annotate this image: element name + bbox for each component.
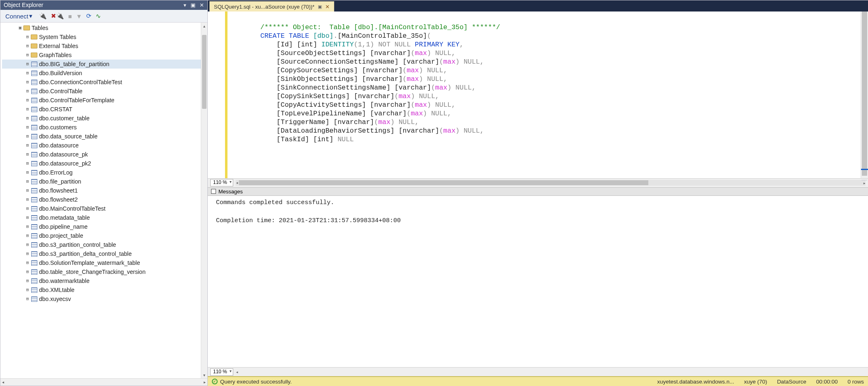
scrollbar-thumb[interactable] (239, 180, 648, 185)
expand-icon[interactable]: ⊞ (25, 42, 30, 50)
tree-table[interactable]: ⊞dbo.datasource_pk2 (2, 159, 201, 168)
stop-icon[interactable]: ■ (68, 13, 72, 20)
expand-icon[interactable]: ⊞ (25, 186, 30, 195)
expand-icon[interactable]: ⊞ (25, 195, 30, 204)
expand-icon[interactable]: ⊞ (25, 295, 30, 303)
dropdown-icon[interactable]: ▾ (184, 2, 186, 8)
table-icon (31, 151, 37, 158)
messages-body[interactable]: Commands completed successfully. Complet… (208, 196, 868, 368)
tree-folder[interactable]: ⊞GraphTables (2, 51, 201, 60)
tree-label: dbo.ErrorLog (39, 168, 73, 177)
tree-table[interactable]: ⊞dbo.flowsheet1 (2, 186, 201, 195)
editor-horizontal-scrollbar[interactable]: ◂ ▸ (236, 180, 866, 186)
tree-table[interactable]: ⊞dbo.watermarktable (2, 276, 201, 285)
tree-table[interactable]: ⊞dbo.ErrorLog (2, 168, 201, 177)
expand-icon[interactable]: ⊞ (25, 250, 30, 258)
expand-icon[interactable]: ⊞ (25, 214, 30, 222)
tree-table[interactable]: ⊞dbo.datasource (2, 141, 201, 150)
expand-icon[interactable]: ⊞ (25, 132, 30, 140)
tree-table[interactable]: ⊞dbo.customer_table (2, 114, 201, 123)
tree-table[interactable]: ⊞dbo.MainControlTableTest (2, 204, 201, 213)
tree-folder[interactable]: ⊞System Tables (2, 32, 201, 41)
tree-folder[interactable]: ⊞External Tables (2, 41, 201, 51)
expand-icon[interactable]: ⊞ (25, 177, 30, 186)
expand-icon[interactable]: ⊞ (25, 241, 30, 249)
tree-table[interactable]: ⊞dbo.s3_partition_delta_control_table (2, 249, 201, 258)
object-explorer-titlebar[interactable]: Object Explorer ▾ ▣ ✕ (0, 0, 207, 10)
tree-table[interactable]: ⊞dbo.xuyecsv (2, 294, 201, 303)
tree-table[interactable]: ⊞dbo.data_source_table (2, 132, 201, 141)
expand-icon[interactable]: ⊞ (25, 204, 30, 213)
close-tab-icon[interactable]: ✕ (325, 4, 330, 10)
disconnect-icon[interactable]: ✖🔌 (51, 12, 64, 20)
expand-icon[interactable]: ⊞ (25, 78, 30, 86)
tree-table[interactable]: ⊞dbo.pipeline_name (2, 222, 201, 231)
expand-icon[interactable]: ⊞ (25, 223, 30, 231)
pin-tab-icon[interactable]: ▣ (318, 4, 322, 9)
expand-icon[interactable]: ⊞ (25, 159, 30, 168)
messages-tab-header[interactable]: Messages (208, 187, 868, 196)
scroll-left-icon[interactable]: ◂ (2, 380, 4, 384)
tree-vertical-scrollbar[interactable]: ▴ ▾ (201, 23, 207, 378)
expand-icon[interactable]: ⊞ (25, 232, 30, 240)
tree-table[interactable]: ⊞dbo.datasource_pk (2, 150, 201, 159)
messages-horizontal-scrollbar[interactable]: ◂ (236, 369, 866, 375)
tree-horizontal-scrollbar[interactable]: ◂ ▸ (0, 378, 207, 386)
tree-folder-tables[interactable]: ▣Tables (2, 23, 201, 32)
tree-table[interactable]: ⊞dbo.customers (2, 123, 201, 132)
expand-icon[interactable]: ⊞ (25, 150, 30, 159)
tree-table[interactable]: ⊞dbo.ControlTable (2, 87, 201, 96)
scroll-right-icon[interactable]: ▸ (861, 180, 867, 186)
scroll-right-icon[interactable]: ▸ (204, 380, 206, 384)
expand-icon[interactable]: ⊞ (25, 141, 30, 149)
tree-table[interactable]: ⊞dbo.SolutionTemplate_watermark_table (2, 258, 201, 267)
messages-zoom-select[interactable]: 110 % (210, 368, 233, 376)
tree-table[interactable]: ⊞dbo.project_table (2, 231, 201, 240)
refresh-icon[interactable]: ⟳ (86, 12, 92, 20)
expand-icon[interactable]: ⊞ (25, 33, 30, 41)
expand-icon[interactable]: ⊞ (25, 69, 30, 77)
editor-vertical-scrollbar[interactable] (861, 11, 868, 178)
tree-table[interactable]: ⊞dbo.metadata_table (2, 213, 201, 222)
tree-table[interactable]: ⊞dbo.s3_partition_control_table (2, 240, 201, 249)
expand-icon[interactable]: ⊞ (25, 51, 30, 59)
expand-icon[interactable]: ⊞ (25, 123, 30, 131)
tree-label: dbo.MainControlTableTest (39, 204, 106, 213)
scroll-up-icon[interactable]: ▴ (201, 23, 207, 29)
scroll-down-icon[interactable]: ▾ (201, 372, 207, 378)
expand-icon[interactable]: ⊞ (25, 60, 30, 68)
expand-icon[interactable]: ⊞ (25, 96, 30, 104)
expand-icon[interactable]: ⊞ (25, 268, 30, 276)
scrollbar-thumb[interactable] (202, 35, 207, 109)
tree-table[interactable]: ⊞dbo.ControlTableForTemplate (2, 96, 201, 105)
filter-icon[interactable]: ▼ (76, 13, 82, 20)
tree-table[interactable]: ⊞dbo.XMLtable (2, 285, 201, 294)
collapse-icon[interactable]: ▣ (18, 24, 23, 32)
tree-table[interactable]: ⊞dbo.flowsheet2 (2, 195, 201, 204)
tree-label: dbo.BuildVersion (39, 69, 82, 77)
pin-icon[interactable]: ▣ (191, 2, 195, 8)
tree-table[interactable]: ⊞dbo.BuildVersion (2, 69, 201, 78)
connect-button[interactable]: Connect▾ (3, 11, 35, 21)
tree-table[interactable]: ⊞dbo.BIG_table_for_partition (2, 60, 201, 69)
close-icon[interactable]: ✕ (200, 2, 204, 8)
expand-icon[interactable]: ⊞ (25, 87, 30, 95)
active-tab[interactable]: SQLQuery1.sql - xu...aSource (xuye (70))… (209, 1, 334, 11)
activity-icon[interactable]: ∿ (96, 12, 101, 20)
object-tree[interactable]: ▣Tables⊞System Tables⊞External Tables⊞Gr… (0, 23, 201, 378)
expand-icon[interactable]: ⊞ (25, 259, 30, 267)
scrollbar-thumb[interactable] (862, 11, 867, 176)
connect-server-icon[interactable]: 🔌 (39, 12, 47, 20)
sql-code-editor[interactable]: /****** Object: Table [dbo].[MainControl… (227, 11, 868, 178)
expand-icon[interactable]: ⊞ (25, 105, 30, 113)
editor-zoom-select[interactable]: 110 % (210, 179, 233, 186)
tree-table[interactable]: ⊞dbo.CRSTAT (2, 105, 201, 114)
expand-icon[interactable]: ⊞ (25, 168, 30, 177)
expand-icon[interactable]: ⊞ (25, 114, 30, 122)
tree-table[interactable]: ⊞dbo.table_store_ChangeTracking_version (2, 267, 201, 276)
scroll-left-icon[interactable]: ◂ (234, 369, 240, 375)
expand-icon[interactable]: ⊞ (25, 286, 30, 294)
tree-table[interactable]: ⊞dbo.ConnectionControlTableTest (2, 78, 201, 87)
expand-icon[interactable]: ⊞ (25, 277, 30, 285)
tree-table[interactable]: ⊞dbo.file_partition (2, 177, 201, 186)
